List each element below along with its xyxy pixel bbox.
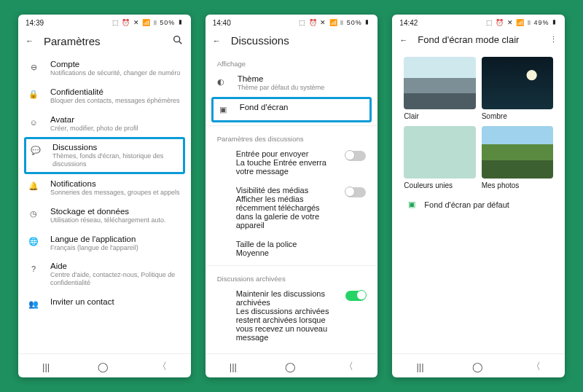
row-label: Notifications [50,179,182,188]
row-sub: Utilisation réseau, téléchargement auto. [50,216,182,224]
label-photos: Mes photos [482,181,553,189]
row-sub: Thèmes, fonds d'écran, historique des di… [52,152,180,168]
archived-sub: Les discussions archivées restent archiv… [236,307,339,342]
help-icon: ? [27,262,40,275]
entree-sub: La touche Entrée enverra votre message [236,158,339,176]
wallpaper-sombre[interactable]: Sombre [482,57,553,120]
screen-parametres: 14:39 ⬚ ⏰ ✕ 📶 ⫴ 50% ▮ ← Paramètres ⊖Comp… [18,15,191,377]
settings-row-inviter-un-contact[interactable]: 👥Inviter un contact [20,292,189,316]
thumb-photos [482,126,553,179]
settings-row-aide[interactable]: ?AideCentre d'aide, contactez-nous, Poli… [20,256,189,292]
section-archived: Discussions archivées [207,269,377,284]
row-theme[interactable]: ◐ Thème Thème par défaut du système [207,69,377,97]
android-navbar: ||| ◯ 〈 [18,353,191,377]
row-label: Discussions [52,143,180,152]
bell-icon: 🔔 [27,180,40,193]
search-icon[interactable] [172,34,184,47]
nav-home-icon[interactable]: ◯ [285,361,296,372]
svg-line-1 [179,42,181,44]
clock: 14:39 [26,19,44,27]
row-sub: Notifications de sécurité, changer de nu… [50,69,182,77]
archived-toggle[interactable] [345,291,366,301]
row-sub: Sonneries des messages, groupes et appel… [50,189,182,197]
wallpaper-unies[interactable]: Couleurs unies [404,126,475,189]
page-title: Discussions [231,34,371,47]
theme-icon: ◐ [214,75,227,88]
screen-wallpaper: 14:42 ⬚ ⏰ ✕ 📶 ⫴ 49% ▮ ← Fond d'écran mod… [392,15,565,377]
storage-icon: ◷ [27,208,40,221]
nav-home-icon[interactable]: ◯ [472,361,483,372]
app-bar: ← Paramètres [18,28,191,55]
row-label: Compte [50,60,182,68]
label-sombre: Sombre [482,112,553,120]
nav-back-icon[interactable]: 〈 [157,360,167,373]
screen-discussions: 14:40 ⬚ ⏰ ✕ 📶 ⫴ 50% ▮ ← Discussions Affi… [206,15,378,377]
section-params: Paramètres des discussions [207,129,377,144]
wallpaper-default-icon: ▣ [408,200,415,209]
nav-back-icon[interactable]: 〈 [344,360,353,373]
more-icon[interactable]: ⋮ [549,35,557,44]
row-visibilite[interactable]: Visibilité des médias Afficher les média… [207,181,377,235]
row-sub: Créer, modifier, photo de profil [50,125,182,133]
discussions-content: Affichage ◐ Thème Thème par défaut du sy… [206,54,378,353]
row-sub: Centre d'aide, contactez-nous, Politique… [50,271,182,287]
status-icons: ⬚ ⏰ ✕ 📶 ⫴ 50% ▮ [112,19,184,27]
row-wallpaper[interactable]: ▣ Fond d'écran [211,97,372,122]
settings-row-compte[interactable]: ⊖CompteNotifications de sécurité, change… [20,55,189,82]
settings-row-langue-de-l-application[interactable]: 🌐Langue de l'applicationFrançais (langue… [20,230,189,257]
page-title: Paramètres [44,35,162,47]
wallpaper-photos[interactable]: Mes photos [482,126,553,189]
svg-point-0 [173,36,179,42]
thumb-sombre [482,57,553,109]
app-bar: ← Fond d'écran mode clair ⋮ [392,28,565,52]
status-bar: 14:42 ⬚ ⏰ ✕ 📶 ⫴ 49% ▮ [392,15,565,28]
clock: 14:40 [213,19,231,27]
clock: 14:42 [399,19,418,27]
taille-label: Taille de la police [236,240,367,248]
row-label: Langue de l'application [50,235,182,243]
row-entree[interactable]: Entrée pour envoyer La touche Entrée env… [207,144,377,181]
nav-home-icon[interactable]: ◯ [98,361,109,372]
avatar-icon: ☺ [27,116,40,129]
nav-back-icon[interactable]: 〈 [531,360,541,373]
back-icon[interactable]: ← [399,36,407,44]
status-icons: ⬚ ⏰ ✕ 📶 ⫴ 49% ▮ [486,19,557,27]
thumb-clair [404,57,475,109]
visibilite-toggle[interactable] [345,187,366,197]
row-default-wallpaper[interactable]: ▣ Fond d'écran par défaut [394,189,563,219]
settings-row-notifications[interactable]: 🔔NotificationsSonneries des messages, gr… [20,174,189,202]
nav-recent-icon[interactable]: ||| [230,361,237,372]
visibilite-sub: Afficher les médias récemment téléchargé… [236,195,339,230]
back-icon[interactable]: ← [213,36,221,45]
status-icons: ⬚ ⏰ ✕ 📶 ⫴ 50% ▮ [299,19,370,27]
row-label: Confidentialité [50,87,182,96]
globe-icon: 🌐 [27,235,40,248]
row-label: Aide [50,262,182,270]
section-affichage: Affichage [207,54,377,69]
back-icon[interactable]: ← [26,36,34,45]
settings-list: ⊖CompteNotifications de sécurité, change… [18,55,191,353]
nav-recent-icon[interactable]: ||| [416,361,423,372]
settings-row-stockage-et-donn-es[interactable]: ◷Stockage et donnéesUtilisation réseau, … [20,202,189,230]
thumb-unies [404,126,475,179]
chat-icon: 💬 [29,144,42,157]
row-archived[interactable]: Maintenir les discussions archivées Les … [207,284,377,347]
label-clair: Clair [404,112,475,120]
row-taille[interactable]: Taille de la police Moyenne [207,235,377,262]
visibilite-label: Visibilité des médias [236,186,339,195]
nav-recent-icon[interactable]: ||| [42,361,50,372]
wallpaper-icon: ▣ [216,103,230,117]
row-label: Inviter un contact [50,297,182,306]
settings-row-avatar[interactable]: ☺AvatarCréer, modifier, photo de profil [20,110,189,138]
divider [207,125,377,126]
app-bar: ← Discussions [206,28,378,54]
wallpaper-content: Clair Sombre Couleurs unies Mes photos ▣… [392,52,565,353]
wallpaper-clair[interactable]: Clair [404,57,475,120]
row-label: Avatar [50,115,182,124]
label-unies: Couleurs unies [404,181,475,189]
entree-toggle[interactable] [345,151,366,161]
lock-icon: 🔒 [27,88,40,101]
divider [207,265,377,266]
settings-row-discussions[interactable]: 💬DiscussionsThèmes, fonds d'écran, histo… [24,137,185,174]
settings-row-confidentialit-[interactable]: 🔒ConfidentialitéBloquer des contacts, me… [20,82,189,110]
